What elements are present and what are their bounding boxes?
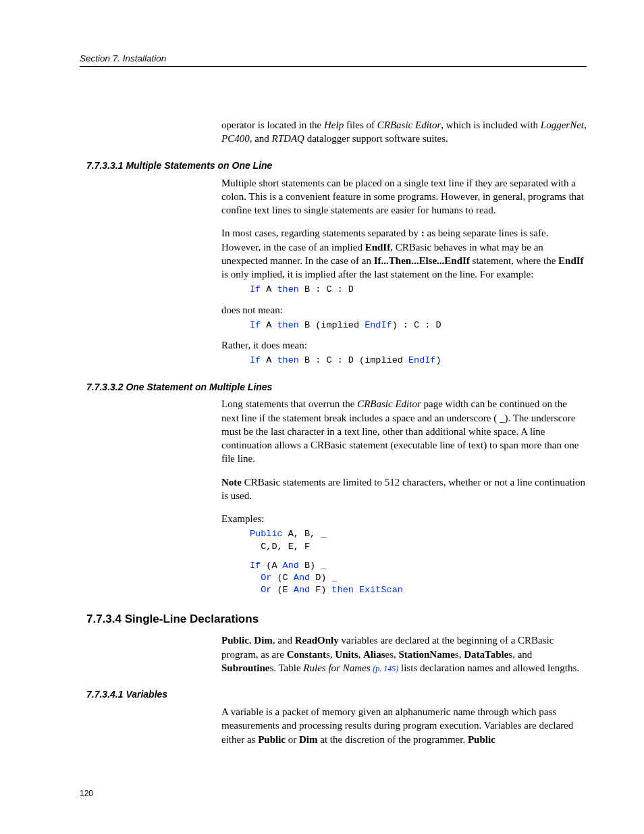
text-italic: Help [324, 120, 344, 130]
code-block: Public A, B, _ C,D, E, F [250, 528, 587, 552]
paragraph: A variable is a packet of memory given a… [221, 705, 587, 746]
code-text: ) : C : D [392, 320, 441, 330]
note-paragraph: Note CRBasic statements are limited to 5… [221, 475, 587, 503]
code-text [354, 585, 359, 595]
text-bold: Alias [363, 649, 385, 660]
text-italic: Rules for Names [303, 662, 373, 673]
text-bold: Dim [299, 734, 318, 745]
text-bold: EndIf [558, 255, 584, 266]
code-block: If (A And B) _ Or (C And D) _ Or (E And … [250, 560, 587, 597]
code-keyword: then [277, 320, 299, 330]
text-bold: If...Then...Else...EndIf [374, 255, 470, 266]
text-bold: Dim [254, 635, 273, 646]
code-keyword: then [277, 284, 299, 294]
heading-one-statement-multiple-lines: 7.7.3.3.2 One Statement on Multiple Line… [86, 381, 587, 394]
text-bold: DataTable [464, 649, 508, 660]
code-keyword: Or [261, 573, 271, 583]
heading-multiple-statements: 7.7.3.3.1 Multiple Statements on One Lin… [86, 159, 587, 172]
text: Long statements that overrun the [221, 398, 357, 409]
text-bold: ReadOnly [295, 635, 339, 646]
text-italic: CRBasic Editor [357, 398, 421, 409]
text: s. Table [269, 662, 303, 673]
code-text: (E [271, 585, 293, 595]
cross-reference-link[interactable]: (p. 145) [373, 664, 398, 673]
page-number: 120 [80, 788, 93, 799]
paragraph: Examples: [221, 512, 587, 525]
paragraph: does not mean: [221, 303, 587, 317]
paragraph: In most cases, regarding statements sepa… [221, 226, 587, 281]
text-italic: LoggerNet [541, 120, 584, 130]
text: s, and [508, 649, 532, 660]
code-keyword: And [294, 573, 310, 583]
code-block: If A then B : C : D (implied EndIf) [250, 355, 587, 367]
text-italic: RTDAQ [272, 133, 304, 144]
code-text: A [261, 320, 277, 330]
text: lists declaration names and allowed leng… [398, 662, 579, 673]
intro-paragraph: operator is located in the Help files of… [221, 118, 587, 146]
code-keyword: then [277, 355, 299, 365]
text-italic: PC400 [221, 133, 250, 144]
code-text: B : C : D (implied [299, 355, 408, 365]
text-bold: Public [468, 734, 495, 745]
section-one-statement: Long statements that overrun the CRBasic… [221, 397, 587, 596]
text-bold: StationName [399, 649, 455, 660]
text: is only implied, it is implied after the… [221, 269, 533, 280]
code-text: (C [271, 573, 293, 583]
text: , [584, 120, 587, 130]
text: operator is located in the [221, 120, 324, 130]
text: s, [455, 649, 464, 660]
code-text: F) [310, 585, 331, 595]
intro-paragraph-container: operator is located in the Help files of… [221, 118, 587, 146]
text-italic: CRBasic Editor [377, 120, 441, 130]
text: or [286, 734, 299, 745]
heading-variables: 7.7.3.4.1 Variables [86, 688, 587, 701]
code-keyword: If [250, 355, 261, 365]
code-keyword: then [332, 585, 354, 595]
text-bold: Constant [287, 649, 326, 660]
paragraph: Multiple short statements can be placed … [221, 176, 587, 217]
note-text: CRBasic statements are limited to 512 ch… [221, 477, 585, 501]
code-block: If A then B : C : D [250, 284, 587, 296]
paragraph: Rather, it does mean: [221, 338, 587, 352]
code-keyword: Public [250, 529, 283, 539]
paragraph: Long statements that overrun the CRBasic… [221, 397, 587, 465]
code-keyword: If [250, 320, 261, 330]
code-block: If A then B (implied EndIf) : C : D [250, 319, 587, 332]
code-keyword: If [250, 284, 261, 294]
running-head: Section 7. Installation [80, 53, 587, 67]
note-label: Note [221, 477, 242, 488]
code-text: B (implied [299, 320, 365, 330]
text: s, [326, 649, 335, 660]
text-bold: Subroutine [221, 662, 269, 673]
heading-single-line-declarations: 7.7.3.4 Single-Line Declarations [86, 612, 587, 627]
page: Section 7. Installation operator is loca… [0, 0, 644, 834]
section-single-line-declarations: Public, Dim, and ReadOnly variables are … [221, 633, 587, 675]
code-text: A [261, 355, 277, 365]
code-keyword: And [294, 585, 310, 595]
text-bold: Public [221, 635, 249, 646]
section-multiple-statements: Multiple short statements can be placed … [221, 176, 587, 367]
paragraph: Public, Dim, and ReadOnly variables are … [221, 633, 587, 675]
code-text: (A [261, 561, 282, 571]
code-text: ) [435, 355, 441, 365]
text-bold: EndIf [365, 242, 391, 253]
code-text: A [261, 284, 277, 294]
text-bold: Units [335, 649, 358, 660]
code-text: B : C : D [299, 284, 354, 294]
code-keyword: If [250, 561, 261, 571]
section-variables: A variable is a packet of memory given a… [221, 705, 587, 746]
text: , [358, 649, 364, 660]
text: at the discretion of the programmer. [317, 734, 467, 745]
text: , and [273, 635, 295, 646]
code-keyword: EndIf [408, 355, 436, 365]
text: In most cases, regarding statements sepa… [221, 228, 421, 238]
text: datalogger support software suites. [304, 133, 448, 144]
text: , and [250, 133, 272, 144]
text: , which is included with [441, 120, 540, 130]
code-keyword: And [283, 561, 299, 571]
text: statement, where the [470, 255, 558, 266]
text-bold: Public [258, 734, 286, 745]
text: files of [344, 120, 377, 130]
code-keyword: Or [261, 585, 271, 595]
text: es, [385, 649, 399, 660]
